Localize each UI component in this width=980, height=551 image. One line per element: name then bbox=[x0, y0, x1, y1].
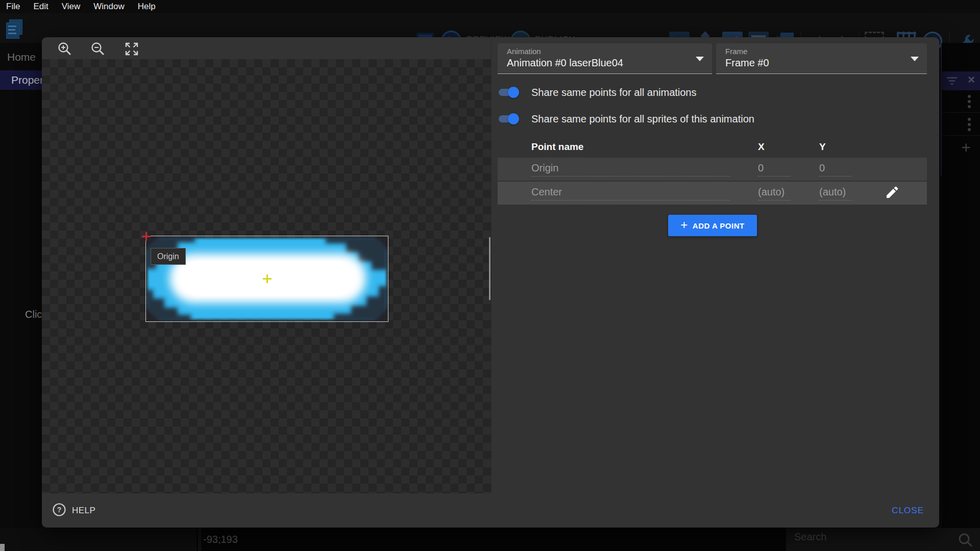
column-x: X bbox=[758, 141, 765, 153]
panel-row bbox=[942, 90, 980, 113]
animation-select-label: Animation bbox=[507, 47, 541, 56]
home-tab: Home bbox=[7, 51, 36, 63]
status-divider bbox=[198, 528, 201, 551]
column-y: Y bbox=[819, 141, 826, 153]
svg-text:?: ? bbox=[57, 506, 62, 514]
search-input bbox=[794, 531, 947, 543]
point-name-field[interactable]: Origin bbox=[531, 162, 730, 177]
more-options-icon bbox=[968, 118, 971, 131]
help-label: HELP bbox=[72, 506, 95, 516]
filter-icon bbox=[946, 77, 958, 85]
origin-tooltip-label: Origin bbox=[157, 252, 179, 261]
background-text-fragment: Click bbox=[25, 309, 42, 320]
help-icon: ? bbox=[52, 503, 66, 519]
panel-edge-divider bbox=[941, 43, 942, 176]
search-zone bbox=[786, 528, 980, 551]
close-panel-icon: × bbox=[968, 72, 975, 87]
search-icon bbox=[958, 532, 973, 549]
add-icon: + bbox=[961, 142, 971, 153]
frame-select-label: Frame bbox=[725, 47, 747, 56]
animation-select[interactable]: Animation Animation #0 laserBlue04 bbox=[498, 43, 712, 74]
point-y-field[interactable]: 0 bbox=[819, 162, 852, 177]
frame-select[interactable]: Frame Frame #0 bbox=[716, 43, 927, 74]
cursor-coordinates: -93;193 bbox=[203, 534, 238, 545]
status-left-pane bbox=[0, 528, 197, 551]
menu-window[interactable]: Window bbox=[93, 2, 124, 12]
share-points-sprites-row: Share same points for all sprites of thi… bbox=[498, 112, 754, 126]
add-a-point-label: ADD A POINT bbox=[693, 221, 745, 230]
menu-view[interactable]: View bbox=[62, 2, 81, 12]
dialog-footer: ? HELP CLOSE bbox=[42, 493, 939, 528]
point-x-field[interactable]: (auto) bbox=[758, 186, 791, 201]
menu-bar: File Edit View Window Help bbox=[0, 0, 980, 13]
zoom-out-icon[interactable] bbox=[90, 41, 106, 57]
panel-header: × bbox=[942, 71, 980, 90]
corner-chip bbox=[0, 544, 5, 551]
app-window: File Edit View Window Help PREVIEW PUBLI… bbox=[0, 0, 980, 551]
canvas-panel-divider bbox=[491, 37, 492, 493]
status-bar: -93;193 bbox=[0, 528, 980, 551]
chevron-down-icon bbox=[911, 57, 919, 61]
project-manager-icon bbox=[5, 19, 24, 40]
column-point-name: Point name bbox=[531, 141, 583, 153]
menu-help[interactable]: Help bbox=[138, 2, 156, 12]
help-button[interactable]: ? HELP bbox=[52, 503, 95, 519]
menu-edit[interactable]: Edit bbox=[33, 2, 48, 12]
table-row-origin[interactable]: Origin 0 0 bbox=[498, 158, 927, 181]
toggle-label: Share same points for all animations bbox=[531, 87, 697, 98]
origin-tooltip: Origin bbox=[151, 248, 186, 265]
edit-pencil-icon[interactable] bbox=[884, 186, 899, 201]
share-points-animations-row: Share same points for all animations bbox=[498, 85, 697, 99]
sprite-canvas[interactable]: Origin bbox=[42, 59, 491, 493]
sprite-bounding-box[interactable]: Origin bbox=[146, 236, 388, 321]
edit-points-dialog: Origin Animation Animation #0 laserBlue0… bbox=[42, 37, 939, 528]
more-options-icon bbox=[968, 95, 971, 108]
panel-row: + bbox=[942, 136, 980, 159]
toggle-label: Share same points for all sprites of thi… bbox=[531, 113, 754, 125]
panel-row bbox=[942, 113, 980, 136]
zoom-in-icon[interactable] bbox=[57, 41, 72, 57]
points-table-header: Point name X Y bbox=[498, 137, 927, 156]
background-right-panel: × + bbox=[942, 43, 980, 528]
point-name-field[interactable]: Center bbox=[531, 186, 730, 201]
share-points-all-animations-toggle[interactable] bbox=[498, 87, 519, 98]
frame-select-value: Frame #0 bbox=[725, 57, 769, 69]
plus-icon: + bbox=[680, 220, 688, 230]
add-a-point-button[interactable]: + ADD A POINT bbox=[668, 215, 757, 236]
close-button[interactable]: CLOSE bbox=[892, 506, 924, 516]
chevron-down-icon bbox=[696, 57, 704, 61]
animation-select-value: Animation #0 laserBlue04 bbox=[507, 57, 623, 69]
share-points-all-sprites-toggle[interactable] bbox=[498, 113, 519, 124]
point-y-field[interactable]: (auto) bbox=[819, 186, 852, 201]
table-row-center[interactable]: Center (auto) (auto) bbox=[498, 182, 927, 205]
canvas-scrollbar[interactable] bbox=[489, 237, 491, 300]
menu-file[interactable]: File bbox=[6, 2, 20, 12]
properties-tab-label: Proper bbox=[11, 74, 43, 86]
fit-to-screen-icon[interactable] bbox=[124, 41, 139, 57]
point-x-field[interactable]: 0 bbox=[758, 162, 791, 177]
